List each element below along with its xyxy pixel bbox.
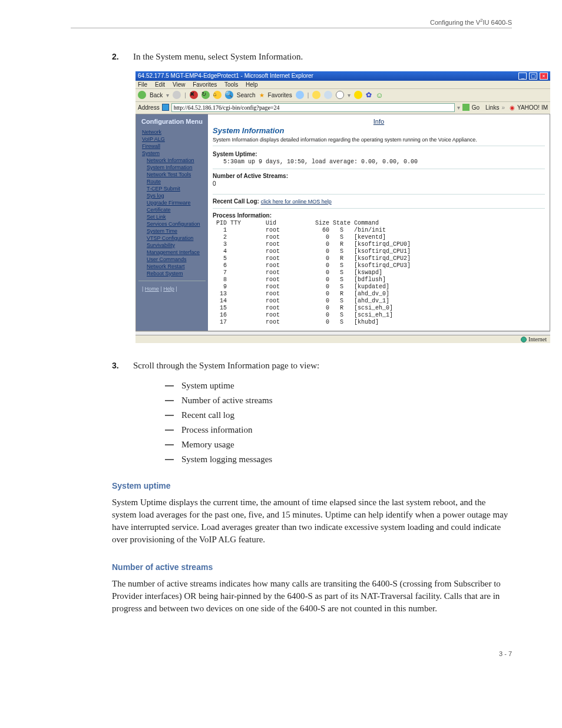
- nav-upgrade[interactable]: Upgrade Firmware: [138, 199, 206, 206]
- list-item: —System uptime: [165, 380, 512, 391]
- menu-tools[interactable]: Tools: [224, 81, 238, 88]
- nav-network-test[interactable]: Network Test Tools: [138, 171, 206, 178]
- nav-user-cmds[interactable]: User Commands: [138, 256, 206, 263]
- config-main: Info System Information System Informati…: [208, 114, 550, 331]
- info-link[interactable]: Info: [373, 118, 384, 125]
- uptime-value: 5:30am up 9 days, 10:50, load average: 0…: [213, 159, 545, 165]
- search-icon[interactable]: 🔍: [225, 91, 233, 99]
- edit-icon[interactable]: [336, 91, 344, 99]
- mail-icon[interactable]: [312, 91, 320, 99]
- status-bar: Internet: [135, 335, 550, 343]
- history-icon[interactable]: [296, 91, 304, 99]
- yahoo-icon[interactable]: ◉: [510, 104, 515, 111]
- page-description: System Information displays detailed inf…: [213, 137, 545, 147]
- search-button[interactable]: Search: [237, 92, 256, 98]
- back-icon[interactable]: [138, 91, 146, 99]
- nav-syslog[interactable]: Sys log: [138, 192, 206, 199]
- mos-help-link[interactable]: click here for online MOS help: [261, 199, 332, 205]
- nav-services-cfg[interactable]: Services Configuration: [138, 220, 206, 228]
- page-title: System Information: [213, 126, 545, 135]
- bullet-list: —System uptime—Number of active streams—…: [165, 380, 512, 465]
- home-icon[interactable]: ⌂: [213, 91, 222, 99]
- nav-net-restart[interactable]: Network Restart: [138, 263, 206, 270]
- section-uptime-text: System Uptime displays the current time,…: [112, 496, 512, 546]
- menu-help[interactable]: Help: [246, 81, 258, 88]
- nav-reboot[interactable]: Reboot System: [138, 270, 206, 277]
- print-icon[interactable]: [324, 91, 332, 99]
- address-input[interactable]: [171, 103, 455, 112]
- list-item: —Number of active streams: [165, 395, 512, 406]
- nav-home[interactable]: Home: [145, 286, 159, 292]
- nav-system-info[interactable]: System Information: [138, 164, 206, 171]
- forward-icon[interactable]: [173, 91, 181, 99]
- nav-network-info[interactable]: Network Information: [138, 157, 206, 164]
- step-3-number: 3.: [112, 361, 131, 370]
- embedded-screenshot: 64.52.177.5 MGT-EMP4-EdgeProtect1 - Micr…: [135, 71, 550, 344]
- status-text: Internet: [528, 336, 547, 342]
- step-2-number: 2.: [112, 52, 131, 61]
- browser-menu[interactable]: File Edit View Favorites Tools Help: [135, 81, 550, 89]
- recent-call-log-label: Recent Call Log:: [213, 198, 259, 205]
- active-streams-value: 0: [213, 179, 545, 190]
- nav-help[interactable]: Help: [163, 286, 174, 292]
- nav-system[interactable]: System: [138, 150, 206, 157]
- links-label[interactable]: Links: [485, 104, 499, 111]
- internet-zone-icon: [521, 337, 527, 342]
- list-item: —System logging messages: [165, 454, 512, 465]
- window-title: 64.52.177.5 MGT-EMP4-EdgeProtect1 - Micr…: [138, 73, 313, 79]
- nav-tcep[interactable]: T-CEP Submit: [138, 185, 206, 192]
- nav-voip-alg[interactable]: VoIP ALG: [138, 136, 206, 143]
- page-header: Configuring the V2IU 6400-S: [71, 18, 512, 28]
- assistant-icon[interactable]: ☺: [375, 91, 383, 100]
- maximize-icon[interactable]: ▢: [529, 73, 537, 80]
- menu-edit[interactable]: Edit: [155, 81, 165, 88]
- refresh-icon[interactable]: ↻: [201, 91, 210, 99]
- nav-set-link[interactable]: Set Link: [138, 213, 206, 220]
- address-label: Address: [138, 104, 160, 111]
- close-icon[interactable]: ×: [540, 73, 548, 80]
- go-button[interactable]: Go: [472, 104, 480, 111]
- window-buttons[interactable]: _ ▢ ×: [518, 73, 548, 80]
- step-3-text: Scroll through the System Information pa…: [133, 361, 319, 371]
- messenger-icon[interactable]: ✿: [366, 91, 372, 99]
- sidebar-footer: | Home | Help |: [138, 286, 206, 292]
- page-icon: [162, 104, 169, 111]
- browser-toolbar[interactable]: Back ▾ | ✖ ↻ ⌂ 🔍 Search ★ Favorites | ▾ …: [135, 89, 550, 102]
- page-number: 3 - 7: [71, 650, 512, 657]
- nav-survivability[interactable]: Survivability: [138, 242, 206, 249]
- uptime-label: System Uptime:: [213, 151, 545, 157]
- menu-view[interactable]: View: [173, 81, 186, 88]
- nav-vtsp-cfg[interactable]: VTSP Configuration: [138, 235, 206, 242]
- nav-certificate[interactable]: Certificate: [138, 206, 206, 213]
- nav-system-time[interactable]: System Time: [138, 228, 206, 235]
- go-icon[interactable]: [462, 104, 470, 111]
- yahoo-button[interactable]: YAHOO! IM: [517, 104, 548, 111]
- folder-icon[interactable]: [354, 91, 362, 99]
- back-button[interactable]: Back: [150, 92, 163, 98]
- list-item: —Recent call log: [165, 410, 512, 420]
- config-sidebar: Configuration Menu Network VoIP ALG Fire…: [136, 114, 208, 331]
- favorites-icon[interactable]: ★: [259, 92, 265, 98]
- nav-firewall[interactable]: Firewall: [138, 143, 206, 150]
- step-2-text: In the System menu, select System Inform…: [133, 52, 303, 62]
- process-info-label: Process Information:: [213, 212, 545, 219]
- menu-favorites[interactable]: Favorites: [193, 81, 217, 88]
- process-table: PID TTY Uid Size State Command 1 root 60…: [213, 220, 545, 326]
- nav-mgmt-iface[interactable]: Management Interface: [138, 249, 206, 256]
- stop-icon[interactable]: ✖: [190, 91, 198, 99]
- menu-file[interactable]: File: [138, 81, 147, 88]
- minimize-icon[interactable]: _: [518, 73, 527, 80]
- sidebar-title: Configuration Menu: [138, 118, 206, 125]
- list-item: —Process information: [165, 424, 512, 435]
- section-streams-heading: Number of active streams: [112, 562, 512, 572]
- nav-network[interactable]: Network: [138, 129, 206, 136]
- section-streams-text: The number of active streams indicates h…: [112, 578, 512, 615]
- favorites-button[interactable]: Favorites: [268, 92, 292, 98]
- nav-route[interactable]: Route: [138, 178, 206, 185]
- list-item: —Memory usage: [165, 439, 512, 450]
- active-streams-label: Number of Active Streams:: [213, 173, 545, 179]
- section-uptime-heading: System uptime: [112, 481, 512, 490]
